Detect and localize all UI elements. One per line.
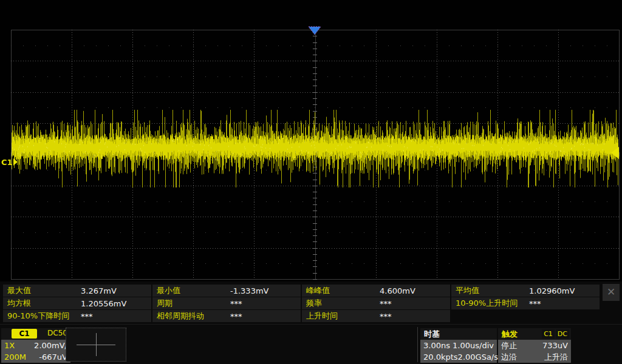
measurement-cell[interactable]: 最小值-1.333mV [152,285,301,297]
oscilloscope-screen: C1 最大值3.267mV最小值-1.333mV峰峰值4.600mV平均值1.0… [0,0,622,364]
close-measurements-button[interactable]: ✕ [603,284,620,301]
status-bar: C1 DC50 1X 2.00mV/ 200M -667uV 时基 3.00ns… [0,324,622,364]
trigger-source-badge: C1 [542,329,555,339]
channel-row-1: 1X 2.00mV/ [1,340,70,351]
measurement-cell[interactable]: 10-90%上升时间*** [451,297,600,309]
measurement-label: 频率 [302,298,322,309]
channel-badge[interactable]: C1 [12,329,37,339]
statusbar-divider [417,327,418,362]
measurement-value: 1.20556mV [81,299,126,308]
channel-offset: -667uV [39,352,67,362]
trigger-coupling-badge: DC [556,329,569,339]
measurement-label: 峰峰值 [302,285,330,296]
measurement-cell[interactable]: 频率*** [302,297,450,309]
measurement-cell[interactable]: 周期*** [152,297,301,309]
trigger-row-1: 停止 733uV [498,340,571,351]
measurement-panel: 最大值3.267mV最小值-1.333mV峰峰值4.600mV平均值1.0296… [0,281,622,324]
channel-bandwidth: 200M [4,352,26,362]
timebase-mem-depth: 20.0kpts [423,352,458,362]
trigger-title: 触发 [498,329,518,339]
channel-probe: 1X [4,341,15,350]
measurement-row: 最大值3.267mV最小值-1.333mV峰峰值4.600mV平均值1.0296… [3,285,600,297]
channel-info-box[interactable]: C1 DC50 1X 2.00mV/ 200M -667uV [1,328,70,363]
timebase-row-1: 3.00ns 1.00us/div [420,340,497,351]
measurement-cell[interactable]: 相邻周期抖动*** [152,310,301,322]
measurement-label: 最小值 [152,285,180,296]
right-arrow-icon [13,158,18,166]
measurement-value: *** [81,312,93,321]
measurement-rows: 最大值3.267mV最小值-1.333mV峰峰值4.600mV平均值1.0296… [3,285,600,323]
trigger-slope: 上升沿 [544,352,568,363]
trigger-badges: C1 DC [542,329,569,339]
waveform-preview-slot[interactable] [66,328,126,362]
timebase-title: 时基 [420,328,497,340]
measurement-value: *** [380,299,392,308]
trigger-position-marker[interactable] [308,26,321,35]
timebase-scale: 1.00us/div [453,341,494,350]
timebase-row-2: 20.0kpts 2.00GSa/s [420,351,497,363]
measurement-cell[interactable]: 平均值1.02960mV [451,285,600,297]
measurement-cell[interactable]: 最大值3.267mV [3,285,151,297]
trigger-header: 触发 C1 DC [498,328,571,340]
channel-header: C1 DC50 [1,328,70,340]
measurement-value: *** [230,312,242,321]
measurement-value: 1.02960mV [529,286,575,295]
trigger-level: 733uV [542,341,568,350]
waveform-grid-display[interactable] [0,0,622,284]
measurement-value: 3.267mV [81,286,117,295]
measurement-cell[interactable]: 上升时间*** [302,310,450,322]
trigger-level-marker[interactable] [611,147,619,159]
timebase-box[interactable]: 时基 3.00ns 1.00us/div 20.0kpts 2.00GSa/s [420,328,497,363]
channel-volts-per-div: 2.00mV/ [34,341,67,350]
channel-coupling: DC50 [47,329,67,337]
measurement-label: 90-10%下降时间 [3,311,69,322]
measurement-label: 相邻周期抖动 [152,311,204,322]
timebase-delay: 3.00ns [423,341,450,350]
trigger-status: 停止 [501,340,517,351]
measurement-row: 90-10%下降时间***相邻周期抖动***上升时间*** [3,310,600,322]
trigger-row-2: 边沿 上升沿 [498,351,571,363]
trigger-position-triangle-icon [308,26,321,35]
channel-row-2: 200M -667uV [1,351,70,363]
measurement-label: 10-90%上升时间 [451,298,518,309]
trigger-type: 边沿 [501,352,517,363]
measurement-label: 最大值 [3,285,31,296]
measurement-value: 4.600mV [380,286,415,295]
measurement-value: *** [380,312,392,321]
channel-ground-label: C1 [1,158,13,167]
measurement-row: 均方根1.20556mV周期***频率***10-90%上升时间*** [3,297,600,309]
channel-ground-marker[interactable]: C1 [1,157,18,167]
timebase-sample-rate: 2.00GSa/s [458,352,498,362]
measurement-value: *** [529,299,541,308]
measurement-label: 均方根 [3,298,31,309]
measurement-cell[interactable]: 均方根1.20556mV [3,297,151,309]
measurement-label: 上升时间 [302,311,338,322]
measurement-value: *** [230,299,242,308]
measurement-label: 平均值 [451,285,479,296]
trigger-box[interactable]: 触发 C1 DC 停止 733uV 边沿 上升沿 [498,328,571,363]
measurement-cell[interactable]: 峰峰值4.600mV [302,285,450,297]
measurement-value: -1.333mV [230,286,268,295]
measurement-cell[interactable]: 90-10%下降时间*** [3,310,151,322]
measurement-label: 周期 [152,298,173,309]
